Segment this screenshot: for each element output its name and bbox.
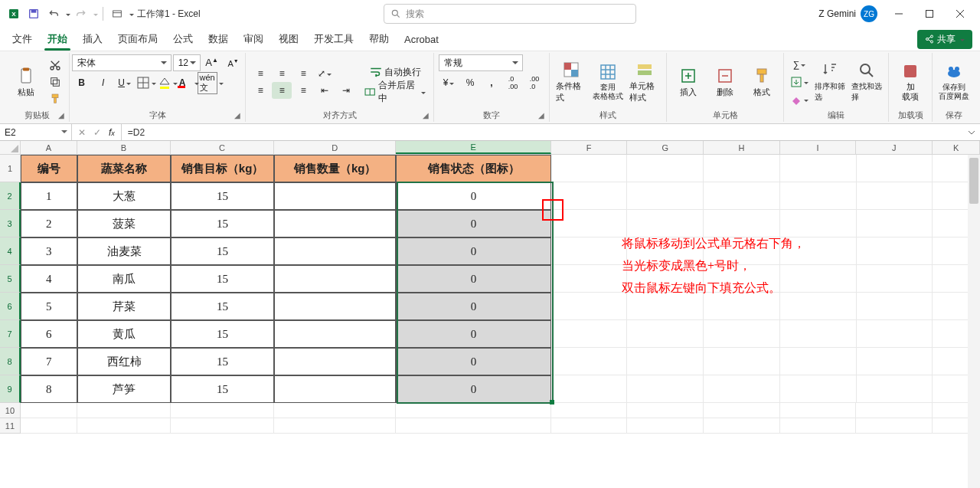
cell-styles-button[interactable]: 单元格样式 <box>628 57 662 107</box>
row-header-1[interactable]: 1 <box>0 155 21 182</box>
cell-F1[interactable] <box>551 155 628 182</box>
cell-D5[interactable] <box>274 265 397 293</box>
cell-B7[interactable]: 黄瓜 <box>77 320 172 348</box>
tab-developer[interactable]: 开发工具 <box>306 28 361 51</box>
tab-data[interactable]: 数据 <box>201 28 236 51</box>
percent-button[interactable]: % <box>460 74 480 91</box>
cell-C4[interactable]: 15 <box>171 237 274 265</box>
cell-E9[interactable]: 0 <box>396 375 550 403</box>
cell-A8[interactable]: 7 <box>21 348 77 375</box>
cell-J4[interactable] <box>857 237 933 265</box>
cell-C1[interactable]: 销售目标（kg） <box>171 155 274 182</box>
fill-button[interactable] <box>789 74 810 90</box>
borders-button[interactable] <box>136 74 156 91</box>
wrap-text-button[interactable]: 自动换行 <box>361 64 429 80</box>
vertical-scrollbar[interactable] <box>968 155 980 488</box>
cell-J8[interactable] <box>857 348 933 375</box>
bold-button[interactable]: B <box>72 74 92 91</box>
copy-button[interactable] <box>46 74 64 90</box>
cell-D1[interactable]: 销售数量（kg） <box>274 155 397 182</box>
format-cells-button[interactable]: 格式 <box>745 57 779 107</box>
cell-J1[interactable] <box>857 155 933 182</box>
name-box[interactable]: E2 <box>0 124 72 140</box>
formula-input[interactable]: =D2 <box>122 127 963 138</box>
cell-E4[interactable]: 0 <box>396 237 550 265</box>
cell-C9[interactable]: 15 <box>171 375 274 403</box>
cell-E11[interactable] <box>396 418 550 434</box>
cell-F6[interactable] <box>551 293 628 320</box>
tab-file[interactable]: 文件 <box>5 28 40 51</box>
cell-D6[interactable] <box>274 293 397 320</box>
tab-formulas[interactable]: 公式 <box>165 28 201 51</box>
cell-E6[interactable]: 0 <box>396 293 550 320</box>
fill-color-button[interactable] <box>158 74 178 91</box>
cell-E1[interactable]: 销售状态（图标） <box>396 155 550 182</box>
insert-function-button[interactable]: fx <box>106 127 118 138</box>
row-header-2[interactable]: 2 <box>0 182 21 210</box>
cell-I10[interactable] <box>780 403 857 418</box>
col-header-B[interactable]: B <box>77 141 172 154</box>
cell-D3[interactable] <box>274 210 397 237</box>
cell-J2[interactable] <box>857 182 933 210</box>
cell-B2[interactable]: 大葱 <box>77 182 172 210</box>
col-header-K[interactable]: K <box>933 141 980 154</box>
cell-F7[interactable] <box>551 320 628 348</box>
cell-B8[interactable]: 西红柿 <box>77 348 172 375</box>
cell-A6[interactable]: 5 <box>21 293 77 320</box>
cell-I1[interactable] <box>780 155 857 182</box>
cell-G2[interactable] <box>627 182 704 210</box>
cell-H7[interactable] <box>704 320 780 348</box>
align-right-button[interactable]: ≡ <box>293 82 313 99</box>
delete-cells-button[interactable]: 删除 <box>708 57 742 107</box>
col-header-G[interactable]: G <box>627 141 704 154</box>
tab-home[interactable]: 开始 <box>40 28 75 51</box>
col-header-F[interactable]: F <box>551 141 628 154</box>
alignment-launcher[interactable]: ◢ <box>423 111 432 120</box>
cell-D9[interactable] <box>274 375 397 403</box>
row-header-5[interactable]: 5 <box>0 265 21 293</box>
indent-increase-button[interactable]: ⇥ <box>336 82 356 99</box>
increase-decimal-button[interactable]: .0.00 <box>503 74 523 91</box>
row-header-11[interactable]: 11 <box>0 418 21 434</box>
cell-F11[interactable] <box>551 418 628 434</box>
cell-D10[interactable] <box>274 403 397 418</box>
conditional-formatting-button[interactable]: 条件格式 <box>554 57 588 107</box>
col-header-A[interactable]: A <box>21 141 77 154</box>
grow-font-button[interactable]: A▲ <box>202 54 222 71</box>
redo-button[interactable] <box>72 5 90 23</box>
cell-E2[interactable]: 0 <box>396 182 550 210</box>
phonetic-button[interactable]: wén文 <box>201 74 220 91</box>
cell-B9[interactable]: 芦笋 <box>77 375 172 403</box>
col-header-D[interactable]: D <box>274 141 397 154</box>
cell-I9[interactable] <box>780 375 857 403</box>
cell-C2[interactable]: 15 <box>171 182 274 210</box>
cut-button[interactable] <box>46 57 64 73</box>
col-header-E[interactable]: E <box>396 141 550 154</box>
col-header-C[interactable]: C <box>171 141 274 154</box>
merge-center-button[interactable]: 合并后居中 <box>361 84 429 100</box>
font-size-combo[interactable]: 12 <box>173 54 201 71</box>
tab-insert[interactable]: 插入 <box>75 28 110 51</box>
cell-J5[interactable] <box>857 265 933 293</box>
row-header-10[interactable]: 10 <box>0 403 21 418</box>
cell-H2[interactable] <box>704 182 780 210</box>
cell-A3[interactable]: 2 <box>21 210 77 237</box>
share-button[interactable]: 共享 <box>917 30 972 49</box>
tab-view[interactable]: 视图 <box>271 28 306 51</box>
cell-B4[interactable]: 油麦菜 <box>77 237 172 265</box>
cell-J6[interactable] <box>857 293 933 320</box>
expand-formula-bar[interactable] <box>963 128 980 137</box>
cell-B6[interactable]: 芹菜 <box>77 293 172 320</box>
worksheet-grid[interactable]: ABCDEFGHIJK 1编号蔬菜名称销售目标（kg）销售数量（kg）销售状态（… <box>0 141 980 488</box>
cell-F10[interactable] <box>551 403 628 418</box>
tab-review[interactable]: 审阅 <box>236 28 271 51</box>
cell-C8[interactable]: 15 <box>171 348 274 375</box>
col-header-I[interactable]: I <box>780 141 857 154</box>
format-painter-button[interactable] <box>46 91 64 106</box>
cell-G8[interactable] <box>627 348 704 375</box>
decrease-decimal-button[interactable]: .00.0 <box>524 74 544 91</box>
cell-A5[interactable]: 4 <box>21 265 77 293</box>
find-select-button[interactable]: 查找和选择 <box>850 57 884 107</box>
cell-E5[interactable]: 0 <box>396 265 550 293</box>
minimize-button[interactable] <box>884 3 914 25</box>
